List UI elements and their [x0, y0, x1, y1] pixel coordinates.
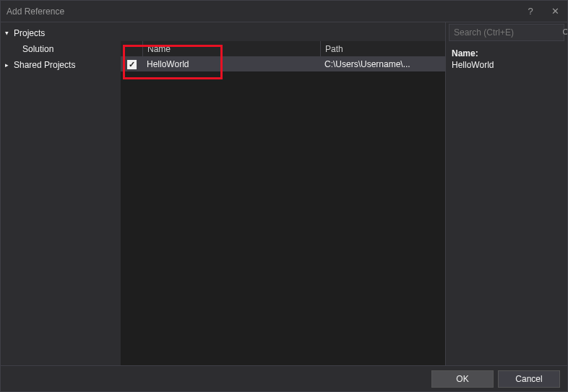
- cancel-button[interactable]: Cancel: [498, 370, 560, 388]
- chevron-down-icon: [5, 30, 14, 37]
- window-title: Add Reference: [7, 6, 518, 17]
- close-button[interactable]: ✕: [543, 2, 567, 21]
- titlebar: Add Reference ? ✕: [1, 1, 567, 22]
- row-path: C:\Users\Username\...: [320, 59, 445, 69]
- sidebar-item-label: Solution: [22, 44, 53, 54]
- column-headers: Name Path: [121, 41, 445, 57]
- column-path[interactable]: Path: [320, 41, 445, 56]
- magnifier-icon: [562, 28, 568, 37]
- search-icon[interactable]: ▾: [562, 28, 568, 37]
- sidebar-item-solution[interactable]: Solution: [1, 41, 121, 57]
- row-name: HelloWorld: [142, 59, 320, 69]
- checkbox[interactable]: ✓: [127, 60, 137, 69]
- detail-panel: ▾ Name: HelloWorld: [446, 22, 567, 365]
- ok-button[interactable]: OK: [431, 370, 494, 388]
- sidebar-item-projects[interactable]: Projects: [1, 25, 121, 41]
- svg-point-0: [564, 30, 569, 35]
- column-label: Path: [325, 44, 343, 54]
- detail-body: Name: HelloWorld: [446, 45, 567, 73]
- sidebar-item-label: Projects: [14, 28, 45, 38]
- list-body: ✓ HelloWorld C:\Users\Username\...: [121, 57, 445, 365]
- sidebar: Projects Solution Shared Projects: [1, 22, 121, 365]
- column-name[interactable]: Name: [142, 41, 320, 56]
- chevron-right-icon: [5, 61, 14, 69]
- sidebar-item-shared-projects[interactable]: Shared Projects: [1, 57, 121, 73]
- footer: OK Cancel: [1, 365, 567, 391]
- help-icon: ?: [528, 6, 533, 17]
- help-button[interactable]: ?: [518, 2, 543, 21]
- search-box[interactable]: ▾: [449, 24, 564, 41]
- sidebar-item-label: Shared Projects: [14, 60, 75, 70]
- column-label: Name: [147, 44, 171, 54]
- detail-name-label: Name:: [452, 48, 561, 58]
- list-area: Name Path ✓ HelloWorld C:\Users\Username…: [121, 22, 446, 365]
- column-check[interactable]: [121, 41, 142, 56]
- close-icon: ✕: [551, 6, 559, 17]
- detail-name-value: HelloWorld: [452, 60, 561, 70]
- main-area: Name Path ✓ HelloWorld C:\Users\Username…: [121, 22, 567, 365]
- content: Projects Solution Shared Projects Name P…: [1, 22, 567, 365]
- row-checkbox-cell: ✓: [121, 60, 142, 69]
- search-input[interactable]: [454, 27, 562, 38]
- spacer-row: [121, 22, 445, 41]
- table-row[interactable]: ✓ HelloWorld C:\Users\Username\...: [121, 57, 445, 71]
